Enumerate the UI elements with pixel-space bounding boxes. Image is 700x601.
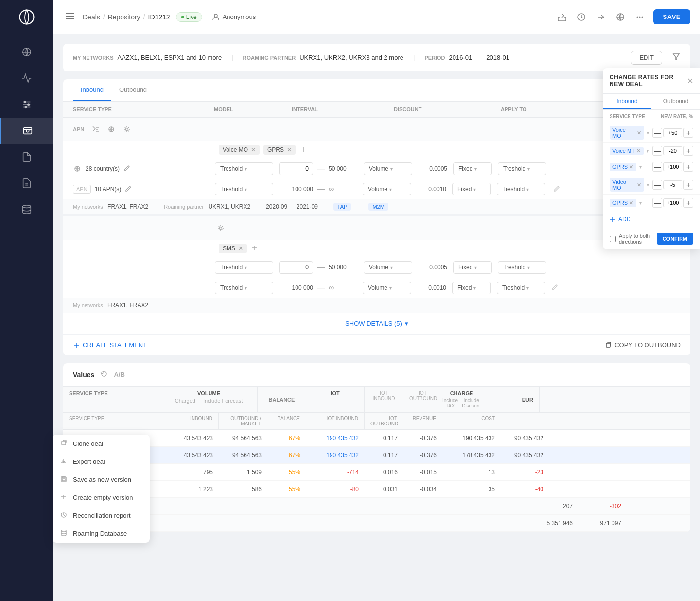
edit-button[interactable]: EDIT bbox=[631, 51, 662, 65]
crp-gprs2-plus[interactable]: + bbox=[683, 198, 693, 208]
volume-select-2[interactable]: Volume ▾ bbox=[363, 183, 411, 195]
crp-voice-mt-input[interactable] bbox=[663, 146, 682, 155]
values-ab-icon[interactable]: A/B bbox=[114, 371, 124, 378]
sidebar-item-sliders[interactable] bbox=[0, 91, 53, 118]
crp-apply-checkbox[interactable] bbox=[610, 236, 616, 242]
sms-volume-2[interactable]: Volume ▾ bbox=[363, 282, 411, 294]
crp-voice-mo-input[interactable] bbox=[663, 128, 682, 137]
crp-tab-outbound[interactable]: Outbound bbox=[651, 94, 700, 109]
menu-icon[interactable] bbox=[63, 9, 77, 24]
sms-threshold-1[interactable]: Treshold ▾ bbox=[215, 261, 273, 274]
sms-add-icon[interactable] bbox=[251, 244, 259, 253]
apply-to-2[interactable]: Treshold ▾ bbox=[497, 183, 545, 195]
sidebar-item-document[interactable] bbox=[0, 144, 53, 170]
save-button[interactable]: SAVE bbox=[653, 9, 690, 24]
sms-threshold-label-2: Treshold bbox=[220, 284, 243, 291]
crp-gprs-plus[interactable]: + bbox=[683, 162, 693, 172]
sms-fixed-2[interactable]: Fixed ▾ bbox=[452, 282, 491, 294]
globe-small-icon[interactable] bbox=[105, 124, 117, 135]
crp-voice-mo-minus[interactable]: — bbox=[652, 128, 662, 138]
sms-apply-to-2[interactable]: Treshold ▾ bbox=[497, 282, 545, 294]
crp-add-btn[interactable]: ADD bbox=[603, 211, 700, 228]
crp-gprs2-remove[interactable]: ✕ bbox=[629, 200, 633, 206]
context-reconciliation[interactable]: Reconciliation report bbox=[52, 507, 150, 525]
tab-outbound[interactable]: Outbound bbox=[111, 79, 155, 101]
sms-meta-val: FRAX1, FRAX2 bbox=[107, 302, 148, 309]
sms-fixed-1[interactable]: Fixed ▾ bbox=[453, 261, 492, 274]
transfer-icon-btn[interactable] bbox=[593, 9, 609, 25]
crp-voice-mo-chevron[interactable]: ▾ bbox=[647, 130, 649, 136]
crp-gprs2-minus[interactable]: — bbox=[652, 198, 662, 208]
crp-gprs-minus[interactable]: — bbox=[652, 162, 662, 172]
sidebar-item-globe[interactable] bbox=[0, 39, 53, 65]
context-clone-deal[interactable]: Clone deal bbox=[52, 435, 150, 453]
voice-mo-remove[interactable]: ✕ bbox=[251, 146, 256, 153]
add-tag-icon[interactable] bbox=[299, 145, 307, 155]
sidebar-item-billing[interactable] bbox=[0, 118, 53, 144]
filter-icon[interactable] bbox=[672, 53, 681, 63]
threshold-select-1[interactable]: Treshold ▾ bbox=[215, 162, 273, 175]
crp-video-mo-minus[interactable]: — bbox=[652, 180, 662, 190]
sms-remove[interactable]: ✕ bbox=[238, 245, 243, 252]
sms-apply-to-1[interactable]: Treshold ▾ bbox=[498, 261, 546, 274]
breadcrumb-repository[interactable]: Repository bbox=[108, 13, 140, 21]
crp-confirm-btn[interactable]: CONFIRM bbox=[657, 233, 693, 245]
sms-range-from-1[interactable] bbox=[279, 261, 313, 274]
shuffle-icon[interactable] bbox=[90, 124, 102, 135]
values-refresh-icon[interactable] bbox=[100, 370, 108, 379]
crp-video-mo-remove[interactable]: ✕ bbox=[637, 182, 641, 188]
create-statement-btn[interactable]: CREATE STATEMENT bbox=[73, 341, 147, 349]
sms-gear-icon[interactable] bbox=[215, 222, 227, 234]
crp-video-mo-chevron[interactable]: ▾ bbox=[647, 182, 649, 188]
sms-edit-icon[interactable] bbox=[551, 284, 558, 292]
sidebar-item-chart[interactable] bbox=[0, 65, 53, 91]
crp-video-mo-input[interactable] bbox=[663, 180, 682, 189]
context-export-deal[interactable]: Export deal bbox=[52, 453, 150, 471]
globe-icon-btn[interactable] bbox=[612, 9, 628, 25]
crp-gprs-input[interactable] bbox=[663, 162, 682, 171]
fixed-select-2[interactable]: Fixed ▾ bbox=[452, 183, 491, 195]
crp-gprs2-tag: GPRS ✕ bbox=[610, 199, 636, 207]
crp-voice-mt-chevron[interactable]: ▾ bbox=[647, 148, 649, 154]
more-icon-btn[interactable] bbox=[632, 9, 648, 25]
crp-gprs2-input[interactable] bbox=[663, 198, 682, 207]
sms-volume-1[interactable]: Volume ▾ bbox=[364, 261, 412, 274]
copy-outbound-btn[interactable]: COPY TO OUTBOUND bbox=[605, 341, 681, 349]
share-icon-btn[interactable] bbox=[554, 9, 570, 25]
crp-video-mo-plus[interactable]: + bbox=[683, 180, 693, 190]
crp-tab-inbound[interactable]: Inbound bbox=[603, 94, 651, 109]
tab-inbound[interactable]: Inbound bbox=[73, 79, 111, 101]
gprs-remove[interactable]: ✕ bbox=[287, 146, 292, 153]
gear-small-icon[interactable] bbox=[121, 124, 133, 135]
summary-spacer-1 bbox=[306, 518, 403, 528]
crp-voice-mo-plus[interactable]: + bbox=[683, 128, 693, 138]
sms-threshold-2[interactable]: Treshold ▾ bbox=[215, 282, 273, 294]
sidebar-item-database[interactable] bbox=[0, 196, 53, 223]
row-delete-icon-2[interactable] bbox=[553, 185, 560, 194]
values-header: Values A/B bbox=[63, 363, 690, 387]
context-save-version[interactable]: Save as new version bbox=[52, 471, 150, 489]
threshold-select-2[interactable]: Treshold ▾ bbox=[215, 183, 273, 195]
breadcrumb-deals[interactable]: Deals bbox=[83, 13, 100, 21]
context-roaming-db[interactable]: Roaming Database bbox=[52, 525, 150, 543]
range-from-1[interactable] bbox=[279, 162, 313, 175]
crp-gprs-remove[interactable]: ✕ bbox=[629, 164, 633, 170]
crp-gprs-chevron[interactable]: ▾ bbox=[639, 164, 642, 170]
crp-voice-mo-remove[interactable]: ✕ bbox=[637, 130, 641, 136]
crp-close-btn[interactable]: ✕ bbox=[687, 76, 693, 86]
crp-gprs2-chevron[interactable]: ▾ bbox=[639, 200, 642, 206]
fixed-select-1[interactable]: Fixed ▾ bbox=[453, 162, 492, 175]
volume-select-1[interactable]: Volume ▾ bbox=[364, 162, 412, 175]
context-create-empty[interactable]: Create empty version bbox=[52, 489, 150, 507]
edit-row-icon-1[interactable] bbox=[123, 165, 130, 173]
apply-to-1[interactable]: Treshold ▾ bbox=[498, 162, 546, 175]
col-discount: DISCOUNT bbox=[394, 106, 501, 112]
crp-voice-mt-minus[interactable]: — bbox=[652, 146, 662, 156]
history-icon-btn[interactable] bbox=[574, 9, 589, 25]
edit-row-icon-2[interactable] bbox=[125, 185, 132, 194]
crp-voice-mt-plus[interactable]: + bbox=[683, 146, 693, 156]
col-service-type: SERVICE TYPE bbox=[73, 106, 214, 112]
show-details-bar[interactable]: SHOW DETAILS (5) ▾ bbox=[63, 313, 690, 334]
sidebar-item-document2[interactable] bbox=[0, 170, 53, 196]
crp-voice-mt-remove[interactable]: ✕ bbox=[636, 148, 641, 154]
